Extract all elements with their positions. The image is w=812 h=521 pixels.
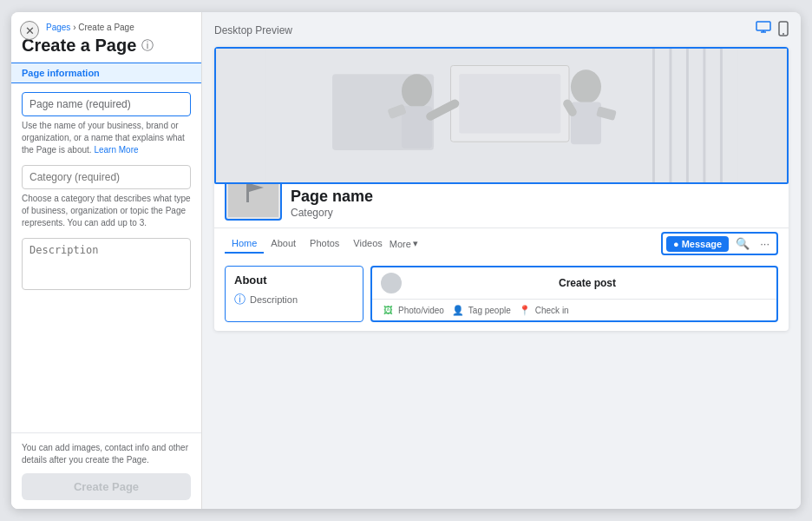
nav-tab-photos[interactable]: Photos [303,234,346,254]
learn-more-link[interactable]: Learn More [94,145,138,155]
chevron-down-icon: ▾ [413,238,418,249]
nav-tabs: Home About Photos Videos More ▾ [225,234,418,254]
mobile-preview-icon[interactable] [778,21,789,40]
tag-people-label: Tag people [468,306,511,315]
about-box: About ⓘ Description [225,266,363,322]
preview-header: Desktop Preview [214,21,789,40]
page-title: Create a Page [22,36,136,56]
message-button[interactable]: ● Message [666,236,729,252]
left-footer: You can add images, contact info and oth… [11,432,201,509]
page-preview-card: Page name Category Home About Photos Vid… [214,47,789,331]
preview-label: Desktop Preview [214,24,292,36]
about-desc: ⓘ Description [234,292,354,307]
page-name-hint: Use the name of your business, brand or … [22,120,191,156]
search-action-button[interactable]: 🔍 [732,235,753,252]
photo-video-action[interactable]: 🖼 Photo/video [381,303,444,317]
svg-point-8 [402,74,432,108]
category-input[interactable] [22,165,191,189]
create-post-label[interactable]: Create post [407,277,768,289]
create-post-actions: 🖼 Photo/video 👤 Tag people 📍 Check in [372,300,776,320]
desktop-preview-icon[interactable] [756,21,771,40]
section-label: Page information [11,63,201,83]
about-info-icon: ⓘ [234,292,246,307]
profile-name: Page name [291,188,373,207]
cover-photo-area [214,47,789,184]
tag-icon: 👤 [451,303,465,317]
create-page-button[interactable]: Create Page [22,473,191,500]
check-in-action[interactable]: 📍 Check in [518,303,569,317]
svg-point-11 [571,69,601,103]
svg-line-17 [567,103,573,112]
tag-people-action[interactable]: 👤 Tag people [451,303,511,317]
more-action-button[interactable]: ··· [756,235,773,252]
page-name-input[interactable] [22,92,191,116]
main-window: ✕ Pages › Create a Page Create a Page ⓘ … [11,12,801,509]
photo-video-label: Photo/video [398,306,444,315]
check-in-label: Check in [535,306,569,315]
photo-icon: 🖼 [381,303,395,317]
about-title: About [234,274,354,287]
close-button[interactable]: ✕ [20,21,39,40]
post-avatar [381,273,402,293]
svg-rect-15 [459,74,560,133]
breadcrumb-parent[interactable]: Pages [46,23,70,32]
nav-tab-more[interactable]: More ▾ [390,234,418,254]
nav-tab-home[interactable]: Home [225,234,264,254]
svg-point-4 [783,33,784,35]
nav-tab-about[interactable]: About [264,234,303,254]
about-description-text: Description [250,294,298,305]
category-hint: Choose a category that describes what ty… [22,193,191,229]
right-panel: Desktop Preview [202,12,801,509]
description-input[interactable] [22,238,191,290]
svg-rect-12 [571,102,601,144]
page-nav: Home About Photos Videos More ▾ ● Messag… [214,228,789,259]
page-title-row: Create a Page ⓘ [11,34,201,63]
preview-icons [756,21,789,40]
checkin-icon: 📍 [518,303,532,317]
create-post-header: Create post [372,267,776,300]
page-content: About ⓘ Description Create post 🖼 [214,259,789,331]
svg-rect-0 [756,22,770,30]
svg-rect-9 [402,106,432,148]
svg-rect-23 [246,183,249,202]
nav-tab-videos[interactable]: Videos [346,234,389,254]
breadcrumb: Pages › Create a Page [11,12,201,34]
nav-actions: ● Message 🔍 ··· [661,232,778,255]
form-area: Use the name of your business, brand or … [11,83,201,432]
footer-note: You can add images, contact info and oth… [22,442,191,466]
profile-name-area: Page name Category [291,188,373,221]
messenger-icon: ● [673,239,679,249]
info-icon[interactable]: ⓘ [141,38,154,54]
profile-category: Category [291,207,373,219]
create-post-area: Create post 🖼 Photo/video 👤 Tag people 📍 [370,266,778,322]
left-panel: ✕ Pages › Create a Page Create a Page ⓘ … [11,12,202,509]
